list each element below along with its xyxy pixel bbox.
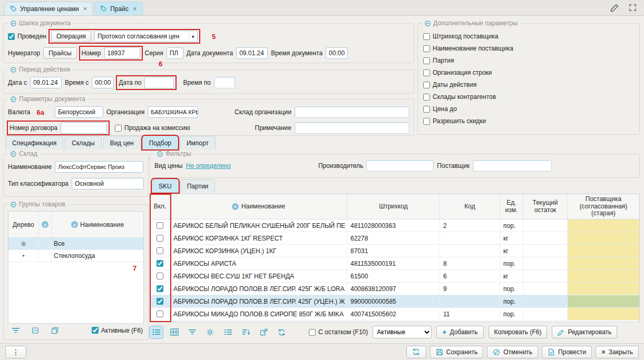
tree-node-icon[interactable]: ● bbox=[22, 254, 25, 258]
series-input[interactable] bbox=[167, 47, 183, 59]
posted-checkbox-label[interactable]: Проведен bbox=[8, 33, 46, 40]
collapse-section-icon[interactable] bbox=[425, 21, 431, 26]
active-groups-checkbox-label[interactable]: Активные (F6) bbox=[92, 327, 143, 334]
window-tab-price[interactable]: Прайс × bbox=[94, 2, 142, 15]
extra-param-checkbox-label[interactable]: Штрихкод поставщика bbox=[423, 32, 513, 41]
open-external-icon[interactable] bbox=[257, 326, 270, 338]
collapse-section-icon[interactable] bbox=[11, 151, 16, 157]
settings-gear-icon[interactable] bbox=[203, 326, 217, 338]
extra-param-checkbox-label[interactable]: Склады контрагентов bbox=[423, 93, 513, 101]
supplier-input[interactable] bbox=[473, 160, 552, 172]
extra-param-checkbox-label[interactable]: Наименование поставщика bbox=[423, 44, 513, 53]
commission-checkbox-label[interactable]: Продажа на комиссию bbox=[115, 124, 190, 132]
extra-param-checkbox[interactable] bbox=[423, 106, 430, 113]
view-list-icon[interactable] bbox=[150, 326, 163, 338]
tab-close-icon[interactable]: × bbox=[133, 5, 137, 13]
col-header-stock[interactable]: Текущий остаток bbox=[523, 194, 568, 219]
col-header-name[interactable]: ▲ Наименование bbox=[170, 194, 347, 219]
active-groups-checkbox[interactable] bbox=[92, 327, 99, 334]
tab-sku[interactable]: SKU bbox=[152, 179, 179, 193]
collapse-section-icon[interactable] bbox=[11, 67, 16, 73]
groups-sort-header[interactable]: ▲ bbox=[39, 212, 52, 237]
expand-all-icon[interactable] bbox=[48, 324, 61, 336]
tab-podbor[interactable]: Подбор bbox=[142, 136, 178, 149]
contract-number-input[interactable] bbox=[61, 122, 107, 134]
edit-button[interactable]: Редактировать bbox=[552, 326, 617, 338]
tab-batches[interactable]: Партии bbox=[180, 179, 216, 193]
collapse-section-icon[interactable] bbox=[157, 151, 163, 157]
tab-import[interactable]: Импорт bbox=[180, 136, 216, 149]
date-from-input[interactable] bbox=[30, 77, 62, 88]
org-warehouse-input[interactable] bbox=[295, 106, 409, 118]
posted-checkbox[interactable] bbox=[8, 33, 15, 40]
sort-list-icon[interactable] bbox=[239, 326, 252, 338]
table-row[interactable]: АБРИКОСЫ АРИСТА 4811535000191 8 пор. bbox=[150, 257, 639, 270]
fullscreen-icon[interactable] bbox=[629, 4, 637, 12]
with-stock-checkbox[interactable] bbox=[309, 329, 316, 336]
time-to-input[interactable] bbox=[214, 77, 235, 88]
row-include-checkbox[interactable] bbox=[157, 273, 163, 279]
post-button[interactable]: Провести bbox=[542, 346, 592, 358]
copy-button[interactable]: Копировать (F6) bbox=[489, 326, 548, 338]
price-type-link[interactable]: Не определено bbox=[186, 162, 231, 169]
extra-param-checkbox-label[interactable]: Разрешить скидки bbox=[423, 117, 513, 125]
table-row[interactable]: АБРИКОСЫ МИКАДО ПОЛОВ.В СИРОПЕ 850Г Ж/Б … bbox=[150, 308, 639, 321]
extra-param-checkbox[interactable] bbox=[423, 57, 430, 64]
table-row[interactable]: АБРИКОС КОРЗИНКА (УЦЕН.) 1КГ 87031 кг bbox=[150, 245, 639, 257]
collapse-all-icon[interactable] bbox=[28, 324, 42, 336]
warehouse-name-select[interactable]: ЛюксСофтСервис Произ bbox=[55, 161, 143, 173]
col-header-code[interactable]: Код bbox=[440, 194, 500, 219]
collapse-section-icon[interactable] bbox=[11, 202, 16, 207]
window-tab-price-management[interactable]: Управление ценами × bbox=[4, 2, 93, 15]
manufacturer-input[interactable] bbox=[366, 160, 434, 172]
add-button[interactable]: + Добавить bbox=[436, 326, 483, 338]
classifier-select[interactable]: Основной bbox=[72, 178, 144, 189]
filter-icon[interactable] bbox=[186, 326, 199, 338]
tab-price-types[interactable]: Вид цен bbox=[103, 136, 141, 149]
table-row[interactable]: АБРИКОСЫ ЛОРАДО ПОЛОВ.В ЛЕГ.СИР. 425Г (У… bbox=[150, 295, 639, 308]
operation-button[interactable]: Операция bbox=[51, 31, 91, 42]
extra-param-checkbox-label[interactable]: Даты действия bbox=[423, 81, 513, 89]
group-row[interactable]: ● Стеклопосуда bbox=[8, 250, 143, 262]
col-header-incl[interactable]: Вкл. bbox=[150, 194, 170, 219]
extra-param-checkbox[interactable] bbox=[423, 118, 430, 125]
row-include-checkbox[interactable] bbox=[157, 285, 163, 292]
col-header-unit[interactable]: Ед. изм. bbox=[500, 194, 523, 219]
filter-groups-icon[interactable] bbox=[9, 324, 22, 336]
refresh-button[interactable] bbox=[406, 346, 426, 358]
menu-button[interactable]: ⋮ bbox=[5, 346, 26, 358]
doc-date-input[interactable] bbox=[236, 47, 268, 59]
row-include-checkbox[interactable] bbox=[157, 247, 163, 254]
extra-param-checkbox[interactable] bbox=[423, 94, 430, 101]
groups-tree-header[interactable]: Дерево bbox=[8, 212, 39, 237]
tree-node-icon[interactable]: ⊕ bbox=[21, 241, 26, 247]
table-row[interactable]: АБРИКОСЫ ВЕС.СУШ 1КГ НЕТ БРЕНДА 61500 6 … bbox=[150, 270, 639, 283]
edit-icon[interactable] bbox=[610, 3, 619, 12]
tab-warehouses[interactable]: Склады bbox=[65, 136, 101, 149]
close-button[interactable]: × Закрыть bbox=[596, 346, 639, 358]
col-header-barcode[interactable]: Штрихкод bbox=[347, 194, 440, 219]
extra-param-checkbox-label[interactable]: Организация строки bbox=[423, 68, 513, 77]
tab-specification[interactable]: Спецификация bbox=[5, 136, 63, 149]
row-include-checkbox[interactable] bbox=[157, 311, 163, 317]
row-include-checkbox[interactable] bbox=[157, 298, 163, 305]
numbered-list-icon[interactable] bbox=[221, 326, 235, 338]
with-stock-checkbox-label[interactable]: С остатком (F10) bbox=[309, 328, 368, 336]
cancel-button[interactable]: Отменить bbox=[487, 346, 538, 358]
sync-icon[interactable] bbox=[275, 326, 288, 338]
extra-param-checkbox-label[interactable]: Партия bbox=[423, 56, 513, 65]
table-row[interactable]: АБРИКОС БЕЛЫЙ ПЕЛИКАН СУШЕНЫЙ 200Г БЕЛЫЙ… bbox=[150, 219, 639, 232]
operation-select[interactable]: Протокол согласования цен ▾ bbox=[94, 31, 198, 42]
group-row[interactable]: ⊕ Все bbox=[8, 238, 143, 250]
currency-select[interactable]: Белорусский bbox=[55, 106, 103, 118]
number-input[interactable] bbox=[104, 47, 140, 59]
table-row[interactable]: АБРИКОСЫ ЛОРАДО ПОЛОВ.В ЛЕГ.СИР. 425Г Ж/… bbox=[150, 283, 639, 295]
extra-param-checkbox[interactable] bbox=[423, 45, 430, 52]
extra-param-checkbox-label[interactable]: Цена до bbox=[423, 105, 513, 113]
row-include-checkbox[interactable] bbox=[157, 222, 163, 229]
tab-close-icon[interactable]: × bbox=[83, 5, 87, 13]
time-from-input[interactable] bbox=[92, 77, 114, 88]
note-input[interactable] bbox=[295, 122, 409, 134]
save-button[interactable]: Сохранить bbox=[430, 346, 484, 358]
col-header-supplier-price[interactable]: Поставщика (согласованная) (старая) bbox=[568, 194, 639, 219]
